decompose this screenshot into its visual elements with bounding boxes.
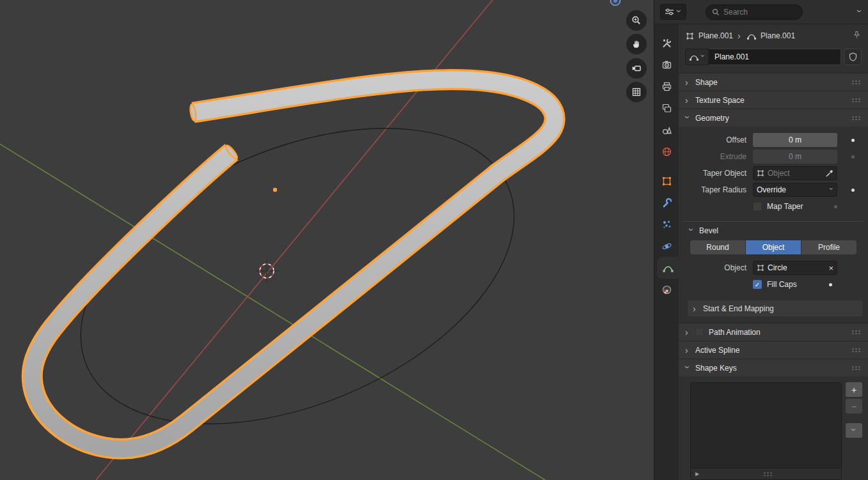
bevel-object-value: Circle <box>768 263 825 272</box>
chevron-down-icon <box>828 187 835 192</box>
taper-object-field[interactable]: Object <box>753 166 837 180</box>
tab-material[interactable] <box>654 279 679 300</box>
tab-scene[interactable] <box>654 119 679 141</box>
animate-dot[interactable] <box>797 283 864 286</box>
tab-object-data[interactable] <box>657 257 679 279</box>
remove-shape-key-button[interactable] <box>846 399 862 414</box>
breadcrumb-object-name[interactable]: Plane.001 <box>698 31 733 40</box>
expand-filter-icon[interactable] <box>695 471 699 477</box>
search-icon <box>712 8 720 16</box>
panel-header-texture-space[interactable]: Texture Space <box>679 91 868 109</box>
pin-icon <box>853 31 861 39</box>
breadcrumb-data-name[interactable]: Plane.001 <box>761 31 795 40</box>
panel-drag-grip[interactable] <box>851 330 862 334</box>
fill-caps-row: Fill Caps <box>683 276 864 293</box>
panel-drag-grip[interactable] <box>851 80 862 84</box>
id-type-dropdown[interactable] <box>685 49 709 65</box>
panel-header-geometry[interactable]: Geometry <box>679 109 868 127</box>
zoom-in-icon <box>631 15 642 26</box>
3d-viewport[interactable] <box>0 0 654 480</box>
shape-keys-content <box>679 376 868 480</box>
bevel-subpanel-header[interactable]: Bevel <box>683 226 864 240</box>
shape-key-specials-button[interactable] <box>846 423 862 438</box>
camera-view-button[interactable] <box>626 58 647 79</box>
chevron-down-icon <box>849 428 858 433</box>
shape-keys-list[interactable] <box>690 382 842 480</box>
fake-user-button[interactable] <box>844 49 862 65</box>
zoom-in-button[interactable] <box>626 10 647 31</box>
extrude-label: Extrude <box>679 152 746 161</box>
panel-title: Shape Keys <box>695 364 737 373</box>
list-resize-grip[interactable] <box>763 472 773 476</box>
panel-drag-grip[interactable] <box>851 116 862 120</box>
header-menu-chevron-icon[interactable] <box>855 10 864 15</box>
editor-type-selector[interactable] <box>660 4 686 20</box>
animate-dot[interactable] <box>837 139 868 142</box>
search-input[interactable] <box>723 8 796 17</box>
grid-icon <box>631 87 642 97</box>
datablock-name-field[interactable] <box>709 49 841 65</box>
taper-object-placeholder: Object <box>768 169 822 178</box>
map-taper-checkbox[interactable] <box>753 202 762 211</box>
toggle-projection-button[interactable] <box>626 82 647 102</box>
animate-dot[interactable] <box>803 205 868 208</box>
tool-icon <box>661 38 672 49</box>
panel-header-shape-keys[interactable]: Shape Keys <box>679 359 868 376</box>
extrude-row: Extrude 0 m <box>679 148 868 165</box>
view-layer-icon <box>661 103 672 114</box>
bevel-tab-object[interactable]: Object <box>746 240 801 254</box>
viewport-canvas[interactable] <box>0 0 654 480</box>
tab-render[interactable] <box>654 54 679 75</box>
geometry-panel-content: Offset 0 m Extrude 0 m Taper Object <box>679 127 868 323</box>
properties-header <box>654 0 868 24</box>
shield-icon <box>849 52 857 61</box>
search-box[interactable] <box>706 4 803 20</box>
animate-dot[interactable] <box>837 189 868 192</box>
object-icon <box>757 264 764 272</box>
tab-object-properties[interactable] <box>654 170 679 192</box>
panel-header-active-spline[interactable]: Active Spline <box>679 341 868 359</box>
taper-radius-dropdown[interactable]: Override <box>753 183 837 197</box>
chevron-down-icon <box>687 228 696 233</box>
eyedropper-icon[interactable] <box>825 169 833 178</box>
clear-object-button[interactable]: × <box>828 264 833 272</box>
move-view-button[interactable] <box>626 34 647 54</box>
particles-icon <box>661 219 672 230</box>
panel-header-path-animation[interactable]: Path Animation <box>679 323 868 341</box>
tab-tool[interactable] <box>654 32 679 54</box>
tab-output[interactable] <box>654 75 679 97</box>
object-icon <box>686 32 694 40</box>
bevel-tab-profile[interactable]: Profile <box>801 240 856 254</box>
add-shape-key-button[interactable] <box>846 382 862 397</box>
tab-particles[interactable] <box>654 213 679 235</box>
panel-title: Path Animation <box>709 328 761 337</box>
tab-world[interactable] <box>654 141 679 162</box>
animate-dot[interactable] <box>837 155 868 159</box>
bevel-object-field[interactable]: Circle × <box>753 261 837 275</box>
tab-view-layer[interactable] <box>654 97 679 119</box>
properties-editor: Plane.001 Plane.001 <box>654 0 868 480</box>
panel-title: Geometry <box>695 114 729 123</box>
pin-id-button[interactable] <box>853 31 861 41</box>
start-end-mapping-subpanel-header[interactable]: Start & End Mapping <box>688 300 863 316</box>
panel-title: Active Spline <box>695 346 739 355</box>
panel-drag-grip[interactable] <box>851 366 862 370</box>
panel-drag-grip[interactable] <box>851 98 862 102</box>
fill-caps-checkbox[interactable] <box>753 280 762 289</box>
tab-modifiers[interactable] <box>654 192 679 213</box>
curve-icon <box>690 53 698 61</box>
taper-object-label: Taper Object <box>679 169 746 178</box>
chevron-down-icon <box>683 366 692 371</box>
extrude-value-field[interactable]: 0 m <box>753 150 837 164</box>
viewport-background <box>0 0 654 480</box>
panel-header-shape[interactable]: Shape <box>679 73 868 91</box>
physics-icon <box>661 241 672 252</box>
tab-physics[interactable] <box>654 235 679 257</box>
navigation-gizmo[interactable] <box>608 0 623 8</box>
taper-radius-row: Taper Radius Override <box>679 182 868 198</box>
bevel-tab-round[interactable]: Round <box>690 240 745 254</box>
offset-value-field[interactable]: 0 m <box>753 133 837 147</box>
panel-drag-grip[interactable] <box>851 348 862 352</box>
chevron-down-icon <box>683 116 692 121</box>
path-animation-checkbox[interactable] <box>695 328 704 336</box>
